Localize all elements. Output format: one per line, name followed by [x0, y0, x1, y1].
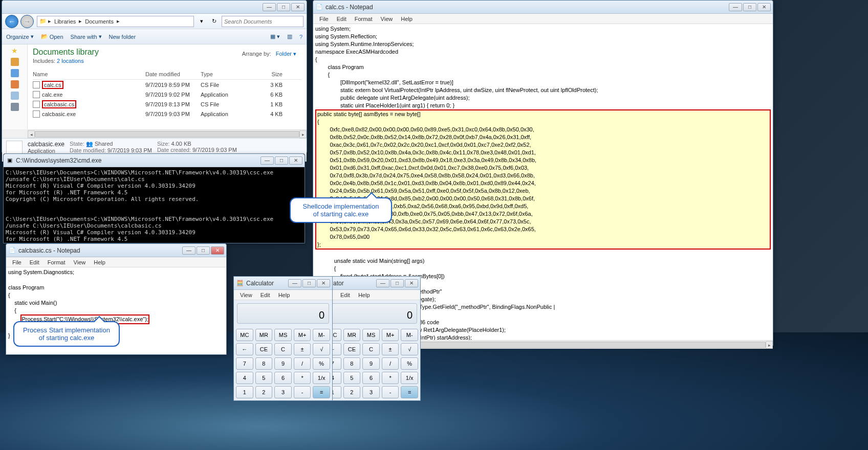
maximize-button[interactable]: □: [390, 279, 404, 287]
column-headers[interactable]: Name Date modified Type Size: [33, 69, 301, 80]
cmd-titlebar[interactable]: ▣ C:\Windows\system32\cmd.exe — □ ✕: [4, 154, 305, 167]
menu-item[interactable]: View: [236, 291, 256, 299]
calc-button[interactable]: 6: [362, 372, 380, 384]
maximize-button[interactable]: □: [275, 156, 288, 165]
minimize-button[interactable]: —: [182, 246, 196, 255]
minimize-button[interactable]: —: [729, 3, 742, 11]
calc-button[interactable]: M-: [401, 329, 418, 341]
search-box[interactable]: [222, 16, 303, 27]
minimize-button[interactable]: —: [376, 279, 389, 287]
calc-button[interactable]: 2: [343, 386, 361, 398]
calc-button[interactable]: ±: [294, 343, 311, 355]
menu-item[interactable]: Help: [274, 291, 294, 299]
maximize-button[interactable]: □: [302, 279, 316, 287]
calc-button[interactable]: 7: [236, 357, 253, 370]
calc-button[interactable]: /: [382, 357, 399, 370]
share-menu[interactable]: Share with ▾: [71, 33, 102, 40]
calc-button[interactable]: MS: [274, 329, 292, 341]
menu-item[interactable]: Edit: [336, 291, 354, 299]
calc-button[interactable]: CE: [343, 343, 361, 355]
calc-button[interactable]: 5: [343, 372, 361, 384]
menu-item[interactable]: View: [377, 15, 397, 23]
calc-button[interactable]: 8: [255, 357, 273, 370]
calc-button[interactable]: 9: [362, 357, 380, 370]
menu-item[interactable]: File: [8, 258, 26, 266]
menu-item[interactable]: View: [70, 258, 90, 266]
refresh-icon[interactable]: ↻: [209, 18, 219, 25]
calc-button[interactable]: M+: [382, 329, 399, 341]
menu-item[interactable]: Edit: [333, 15, 351, 23]
calc-button[interactable]: 3: [362, 386, 380, 398]
new-folder-button[interactable]: New folder: [109, 34, 136, 40]
calc-button[interactable]: *: [294, 372, 311, 384]
calc-button[interactable]: √: [401, 343, 418, 355]
calc-button[interactable]: /: [294, 357, 311, 370]
calc-titlebar[interactable]: lculator —□✕: [322, 277, 420, 290]
calc-button[interactable]: MC: [236, 329, 253, 341]
file-row[interactable]: calc.cs9/7/2019 8:59 PMCS File3 KB: [33, 80, 301, 90]
nav-pane[interactable]: ★: [2, 44, 28, 129]
calc-button[interactable]: MR: [255, 329, 273, 341]
calc-button[interactable]: 2: [255, 386, 273, 398]
calc-button[interactable]: -: [294, 386, 311, 398]
menu-item[interactable]: Edit: [26, 258, 44, 266]
calc-button[interactable]: √: [313, 343, 330, 355]
menu-item[interactable]: Help: [354, 291, 374, 299]
address-bar[interactable]: 📁 ▸ Libraries▸ Documents▸: [37, 16, 194, 27]
calc-button[interactable]: 1/x: [313, 372, 330, 384]
arrange-by[interactable]: Arrange by: Folder ▾: [242, 51, 296, 57]
calc-button[interactable]: =: [401, 386, 418, 398]
calc-button[interactable]: 6: [274, 372, 292, 384]
menu-item[interactable]: Help: [397, 15, 417, 23]
calc-button[interactable]: 9: [274, 357, 292, 370]
locations-link[interactable]: 2 locations: [57, 58, 84, 64]
folder-icon[interactable]: [11, 92, 19, 100]
menu-item[interactable]: Help: [90, 258, 110, 266]
calc-button[interactable]: M+: [294, 329, 311, 341]
calc-button[interactable]: 5: [255, 372, 273, 384]
calc-button[interactable]: CE: [255, 343, 273, 355]
menubar[interactable]: FileEditFormatViewHelp: [6, 257, 226, 267]
maximize-button[interactable]: □: [277, 3, 290, 11]
minimize-button[interactable]: —: [261, 156, 274, 165]
calc-button[interactable]: 1/x: [401, 372, 418, 384]
breadcrumb-item[interactable]: Libraries: [54, 18, 76, 25]
menu-item[interactable]: File: [315, 15, 333, 23]
maximize-button[interactable]: □: [743, 3, 756, 11]
calc-button[interactable]: 3: [274, 386, 292, 398]
close-button[interactable]: ✕: [289, 156, 302, 165]
minimize-button[interactable]: —: [263, 3, 276, 11]
calc-button[interactable]: %: [401, 357, 418, 370]
close-button[interactable]: ✕: [405, 279, 418, 287]
notepad-titlebar[interactable]: 📄 calcbasic.cs - Notepad — □ ✕: [6, 244, 226, 257]
calc-button[interactable]: -: [382, 386, 399, 398]
calc-button[interactable]: ±: [382, 343, 399, 355]
calc-titlebar[interactable]: 🧮 Calculator —□✕: [234, 277, 332, 290]
minimize-button[interactable]: —: [288, 279, 301, 287]
menubar[interactable]: FileEditFormatViewHelp: [313, 14, 773, 24]
calc-button[interactable]: MR: [343, 329, 361, 341]
folder-icon[interactable]: [11, 103, 19, 111]
calc-button[interactable]: MS: [362, 329, 380, 341]
calc-button[interactable]: =: [313, 386, 330, 398]
search-input[interactable]: [224, 18, 301, 25]
calc-button[interactable]: ←: [236, 343, 253, 355]
calc-button[interactable]: 4: [236, 372, 253, 384]
file-row[interactable]: calcbasic.cs9/7/2019 8:13 PMCS File1 KB: [33, 99, 301, 109]
back-button[interactable]: ←: [5, 15, 18, 28]
menu-item[interactable]: Edit: [256, 291, 274, 299]
file-row[interactable]: calcbasic.exe9/7/2019 9:03 PMApplication…: [33, 109, 301, 119]
close-button[interactable]: ✕: [757, 3, 771, 11]
menubar[interactable]: ViewEditHelp: [234, 290, 332, 300]
favorites-icon[interactable]: ★: [11, 47, 18, 55]
menubar[interactable]: wEditHelp: [322, 290, 420, 300]
organize-menu[interactable]: Organize ▾: [6, 33, 34, 40]
menu-item[interactable]: Format: [351, 15, 377, 23]
calc-button[interactable]: C: [274, 343, 292, 355]
calc-button[interactable]: %: [313, 357, 330, 370]
calc-button[interactable]: C: [362, 343, 380, 355]
folder-icon[interactable]: [11, 58, 19, 66]
close-button[interactable]: ✕: [211, 246, 224, 255]
forward-button[interactable]: →: [20, 15, 34, 28]
file-row[interactable]: calc.exe9/7/2019 9:02 PMApplication6 KB: [33, 90, 301, 99]
